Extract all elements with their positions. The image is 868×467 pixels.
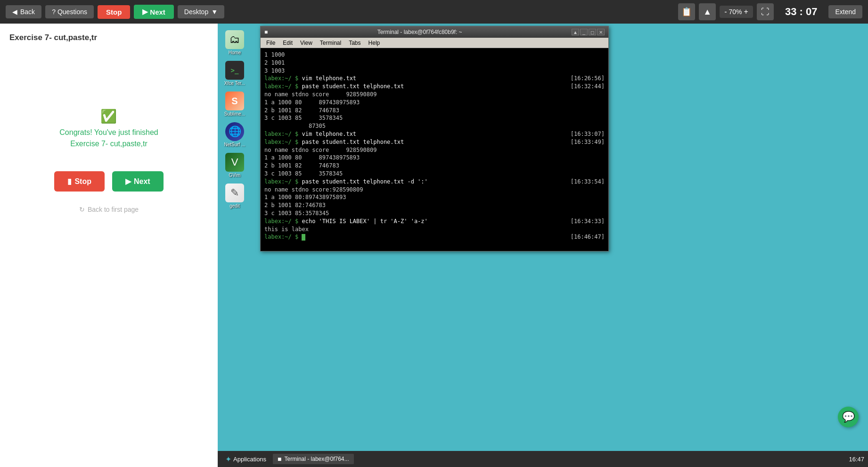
terminal-command: paste student.txt telphone.txt	[302, 139, 404, 145]
back-icon: ◀	[12, 8, 17, 16]
stop-button[interactable]: ▮ Stop	[54, 171, 105, 192]
terminal-line: 1 a 1000 80 897438975893	[264, 99, 605, 107]
terminal-output: 1 a 1000 80:897438975893	[264, 193, 346, 201]
menu-terminal[interactable]: Terminal	[316, 39, 345, 47]
check-circle-icon: ✅	[100, 108, 117, 124]
terminal-output: 3 1003	[264, 67, 285, 75]
zoom-level: 70%	[729, 8, 742, 16]
terminal-timestamp: [16:33:54]	[571, 178, 605, 186]
terminal-titlebar: ■ Terminal - labex@0f764fc80b9f: ~ ▲ _ ◻…	[261, 26, 608, 38]
back-to-first-link[interactable]: ↻ Back to first page	[79, 206, 139, 213]
zoom-minus-button[interactable]: -	[724, 8, 727, 16]
next-icon: ▶	[142, 8, 148, 16]
gedit-label: gedit	[229, 203, 240, 208]
terminal-close-button[interactable]: ✕	[597, 29, 605, 35]
next-label: Next	[134, 177, 150, 186]
terminal-line: labex:~/ $ paste student.txt telphone.tx…	[264, 138, 605, 146]
home-label: Home	[229, 50, 241, 55]
congrats-line1: Congrats! You've just finished	[59, 128, 158, 136]
main-area: Exercise 7- cut,paste,tr ✅ Congrats! You…	[0, 24, 868, 467]
desktop-icon-netsurf[interactable]: 🌐 NetSurf ...	[219, 120, 251, 149]
menu-edit[interactable]: Edit	[279, 39, 296, 47]
desktop-icon-xfce-terminal[interactable]: >_ Xfce Ter...	[219, 59, 251, 88]
desktop-icons: 🗂 Home >_ Xfce Ter... S Sublime... 🌐 Net…	[218, 24, 252, 451]
top-next-button[interactable]: ▶ Next	[134, 5, 174, 19]
back-button[interactable]: ◀ Back	[6, 5, 41, 18]
back-to-first-label: Back to first page	[88, 206, 139, 213]
chevron-down-icon: ▼	[211, 8, 218, 16]
terminal-timestamp: [16:34:33]	[571, 217, 605, 225]
desktop-label: Desktop	[184, 8, 208, 16]
upload-icon: ▲	[703, 7, 712, 17]
taskbar-terminal-label: Terminal - labex@0f764...	[285, 456, 349, 462]
terminal-line: 87305	[264, 122, 605, 130]
zoom-plus-button[interactable]: +	[744, 8, 748, 16]
menu-help[interactable]: Help	[365, 39, 384, 47]
home-icon: 🗂	[225, 30, 244, 49]
back-label: Back	[20, 8, 35, 16]
bottom-taskbar: ✦ Applications ■ Terminal - labex@0f764.…	[218, 451, 868, 467]
terminal-timestamp: [16:33:49]	[571, 138, 605, 146]
terminal-output: no name stdno score:928590809	[264, 186, 363, 194]
terminal-prompt: labex:~/ $	[264, 139, 302, 145]
terminal-prompt: labex:~/ $	[264, 83, 302, 90]
right-panel: 🗂 Home >_ Xfce Ter... S Sublime... 🌐 Net…	[218, 24, 868, 467]
terminal-line: 2 b 1001 82 746783	[264, 162, 605, 170]
terminal-output: 2 b 1001 82:746783	[264, 201, 326, 209]
copy-icon-button[interactable]: 📋	[678, 3, 695, 20]
xfce-terminal-icon: >_	[225, 61, 244, 80]
terminal-body[interactable]: 1 10002 10013 1003labex:~/ $ vim telphon…	[261, 48, 608, 251]
terminal-line: 1 a 1000 80 897438975893	[264, 154, 605, 162]
terminal-minimize-button[interactable]: _	[580, 29, 588, 35]
terminal-output: 1 a 1000 80 897438975893	[264, 154, 360, 162]
terminal-output: 2 b 1001 82 746783	[264, 162, 339, 170]
question-icon: ?	[52, 8, 56, 16]
applications-button[interactable]: ✦ Applications	[221, 454, 270, 465]
desktop-icon-home[interactable]: 🗂 Home	[219, 28, 251, 57]
terminal-line: 2 b 1001 82:746783	[264, 201, 605, 209]
desktop-icon-gvim[interactable]: V GVim	[219, 151, 251, 180]
terminal-line: 3 c 1003 85 3578345	[264, 114, 605, 122]
desktop-button[interactable]: Desktop ▼	[178, 5, 224, 18]
menu-view[interactable]: View	[296, 39, 316, 47]
terminal-menu: File Edit View Terminal Tabs Help	[261, 38, 608, 48]
top-stop-button[interactable]: Stop	[98, 5, 130, 19]
terminal-output: no name stdno score 928590809	[264, 91, 377, 99]
desktop-icon-gedit[interactable]: ✎ gedit	[219, 182, 251, 210]
terminal-output: 3 c 1003 85 3578345	[264, 114, 343, 122]
terminal-line: labex:~/ $ paste student.txt telphone.tx…	[264, 83, 605, 91]
desktop-icon-sublime[interactable]: S Sublime...	[219, 90, 251, 118]
terminal-controls: ▲ _ ◻ ✕	[572, 29, 605, 35]
terminal-output: 2 1001	[264, 59, 285, 67]
netsurf-label: NetSurf ...	[224, 142, 245, 147]
terminal-shade-button[interactable]: ▲	[572, 29, 579, 35]
netsurf-icon: 🌐	[225, 122, 244, 141]
fullscreen-button[interactable]: ⛶	[757, 3, 774, 20]
gvim-icon: V	[225, 153, 244, 172]
terminal-cursor	[302, 234, 305, 241]
xfce-terminal-label: Xfce Ter...	[224, 81, 245, 86]
terminal-output: 2 b 1001 82 746783	[264, 107, 339, 115]
menu-tabs[interactable]: Tabs	[345, 39, 364, 47]
menu-file[interactable]: File	[262, 39, 279, 47]
questions-label: Questions	[57, 8, 87, 16]
terminal-line: 1 1000	[264, 51, 605, 59]
upload-icon-button[interactable]: ▲	[699, 3, 716, 20]
action-buttons: ▮ Stop ▶ Next	[54, 171, 163, 192]
terminal-maximize-button[interactable]: ◻	[589, 29, 596, 35]
taskbar-terminal-button[interactable]: ■ Terminal - labex@0f764...	[273, 454, 353, 464]
terminal-prompt: labex:~/ $	[264, 131, 302, 137]
terminal-line: no name stdno score 928590809	[264, 146, 605, 154]
taskbar-terminal-icon: ■	[278, 455, 281, 463]
terminal-line: labex:~/ $ paste student.txt telphone.tx…	[264, 178, 605, 186]
terminal-line: 3 c 1003 85:3578345	[264, 209, 605, 217]
chat-bubble-button[interactable]: 💬	[838, 407, 859, 427]
terminal-timestamp: [16:26:56]	[571, 75, 605, 83]
terminal-output: 3 c 1003 85:3578345	[264, 209, 329, 217]
extend-button[interactable]: Extend	[828, 5, 862, 18]
terminal-line: labex:~/ $ vim telphone.txt[16:26:56]	[264, 75, 605, 83]
questions-button[interactable]: ? Questions	[45, 5, 94, 18]
next-button[interactable]: ▶ Next	[112, 171, 164, 192]
gvim-label: GVim	[229, 173, 241, 178]
terminal-command: paste student.txt telphone.txt -d ':'	[302, 178, 427, 185]
